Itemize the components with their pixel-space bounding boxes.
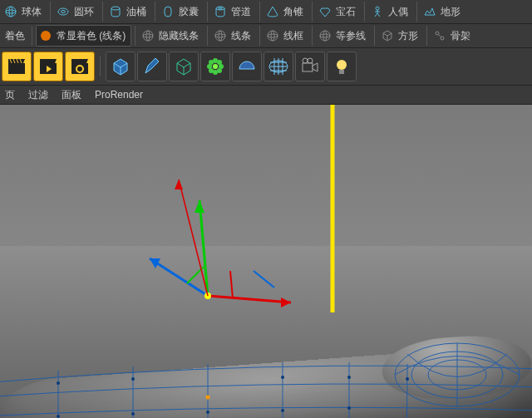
primitive-label: 胶囊 — [179, 5, 199, 19]
menu-item-prorender[interactable]: ProRender — [95, 89, 143, 101]
shelf-wirecube[interactable] — [169, 52, 199, 81]
wiresphere-icon — [265, 28, 280, 43]
shelf-light[interactable] — [327, 52, 357, 81]
model-object[interactable] — [0, 321, 532, 418]
shading-skeleton[interactable]: 骨架 — [431, 26, 475, 46]
shading-label: 骨架 — [451, 29, 470, 43]
shelf-flower[interactable] — [200, 52, 230, 81]
svg-point-43 — [337, 60, 347, 70]
primitive-tube[interactable]: 管道 — [211, 2, 256, 22]
shelf-clapper-play[interactable] — [33, 52, 63, 81]
primitive-cone[interactable]: 角锥 — [264, 2, 308, 22]
svg-point-18 — [268, 34, 278, 37]
tube-icon — [213, 4, 228, 19]
shading-label: 方形 — [398, 29, 418, 43]
svg-point-4 — [62, 11, 66, 13]
svg-point-35 — [217, 60, 222, 65]
svg-point-20 — [320, 31, 330, 41]
shelf-toolbar — [0, 48, 532, 86]
primitive-sphere[interactable]: 球体 — [2, 2, 47, 22]
svg-point-23 — [436, 32, 439, 35]
shelf-grid[interactable] — [264, 52, 293, 81]
svg-point-5 — [111, 7, 120, 10]
shading-label: 等参线 — [336, 29, 366, 43]
shading-box[interactable]: 方形 — [378, 26, 423, 46]
svg-point-24 — [441, 37, 444, 40]
shelf-clapper-gear[interactable] — [65, 52, 95, 81]
primitive-capsule[interactable]: 胶囊 — [159, 2, 204, 22]
svg-point-12 — [143, 34, 153, 37]
svg-point-21 — [320, 34, 330, 37]
svg-point-42 — [308, 58, 313, 63]
svg-point-32 — [207, 64, 212, 69]
svg-point-0 — [6, 7, 16, 17]
primitive-label: 人偶 — [388, 5, 408, 19]
cone-icon — [265, 4, 280, 19]
divider — [207, 26, 208, 46]
wiresphere-icon — [213, 28, 228, 43]
svg-point-22 — [323, 31, 327, 41]
shading-hidden-line[interactable]: 隐藏线条 — [139, 26, 204, 46]
divider — [207, 2, 208, 22]
divider — [155, 2, 155, 22]
shelf-clapperboard[interactable] — [2, 52, 32, 81]
divider — [426, 26, 427, 46]
primitive-figure[interactable]: 人偶 — [368, 2, 413, 22]
torus-icon — [56, 4, 71, 19]
divider — [312, 2, 313, 22]
terrain-icon — [422, 4, 437, 19]
primitive-torus[interactable]: 圆环 — [54, 2, 99, 22]
shading-wireframe[interactable]: 线框 — [264, 26, 308, 46]
skeleton-icon — [432, 28, 447, 43]
primitive-label: 油桶 — [126, 5, 146, 19]
shading-label: 线框 — [283, 29, 303, 43]
shading-gouraud-lines[interactable]: 常显着色 (线条) — [36, 25, 131, 47]
svg-point-13 — [146, 31, 150, 41]
primitive-label: 圆环 — [74, 5, 94, 19]
primitive-gem[interactable]: 宝石 — [316, 2, 361, 22]
divider — [312, 26, 313, 46]
primitive-toolbar: 球体 圆环 油桶 胶囊 管道 角锥 宝石 人偶 地形 — [0, 0, 532, 24]
cylinder-icon — [108, 4, 123, 19]
svg-point-39 — [269, 61, 288, 72]
svg-point-8 — [219, 7, 223, 9]
divider — [259, 2, 260, 22]
wiresphere-icon — [140, 28, 155, 43]
svg-point-2 — [9, 7, 12, 17]
svg-rect-40 — [303, 63, 313, 71]
wiresphere-icon — [318, 28, 332, 43]
divider — [259, 26, 260, 46]
viewport[interactable] — [0, 105, 532, 418]
svg-point-33 — [219, 64, 224, 69]
shading-lines[interactable]: 线条 — [211, 26, 256, 46]
shelf-hemisphere[interactable] — [232, 52, 262, 81]
shelf-cube[interactable] — [106, 52, 135, 81]
svg-rect-6 — [165, 7, 171, 17]
svg-marker-66 — [195, 200, 204, 213]
shelf-pen[interactable] — [137, 52, 167, 81]
shading-label: 线条 — [231, 29, 251, 43]
primitive-cylinder[interactable]: 油桶 — [106, 2, 151, 22]
svg-point-10 — [41, 31, 51, 41]
primitive-terrain[interactable]: 地形 — [421, 2, 466, 22]
svg-point-11 — [143, 31, 153, 41]
primitive-label: 角锥 — [283, 5, 303, 19]
shade-label: 着色 — [2, 29, 28, 43]
shading-label: 常显着色 (线条) — [57, 29, 126, 43]
shading-isoparms[interactable]: 等参线 — [316, 26, 371, 46]
svg-rect-26 — [8, 63, 25, 74]
svg-point-38 — [213, 64, 218, 69]
menu-item-panel[interactable]: 面板 — [62, 88, 81, 102]
menu-item-filter[interactable]: 过滤 — [28, 88, 48, 102]
shelf-camera[interactable] — [295, 52, 325, 81]
figure-icon — [370, 4, 385, 19]
divider — [364, 2, 365, 22]
svg-point-37 — [217, 68, 222, 73]
menu-item-cut[interactable]: 页 — [5, 88, 15, 102]
svg-point-15 — [215, 34, 225, 37]
divider — [100, 57, 101, 76]
svg-point-41 — [303, 58, 308, 63]
svg-line-25 — [439, 35, 441, 37]
sphere-icon — [3, 4, 18, 19]
svg-point-3 — [58, 8, 68, 15]
